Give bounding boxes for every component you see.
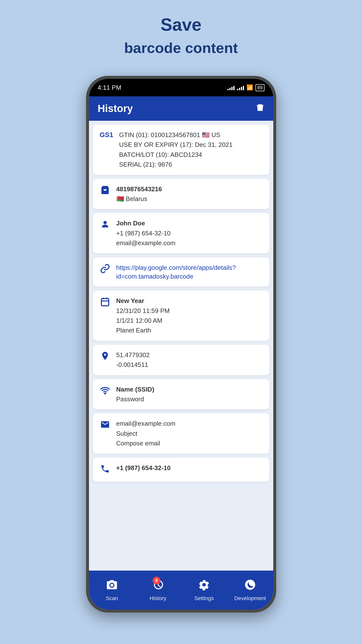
contact-content: John Doe +1 (987) 654-32-10 email@exampl… (116, 219, 176, 247)
history-badge: 9 (153, 577, 160, 584)
person-icon (100, 219, 110, 231)
page-title: Save (160, 15, 201, 35)
wifi-status-icon: 📶 (246, 84, 253, 91)
nav-item-history[interactable]: 9 History (135, 578, 181, 602)
status-bar: 4:11 PM 📶 (89, 79, 273, 96)
list-item[interactable]: +1 (987) 654-32-10 (93, 458, 269, 482)
phone-content: +1 (987) 654-32-10 (116, 464, 171, 472)
history-nav-icon: 9 (152, 578, 164, 593)
battery-icon: 89 (256, 84, 264, 91)
wifi-icon (100, 386, 110, 398)
barcode-content: 4819876543216 🇧🇾 Belarus (116, 185, 162, 204)
location-content: 51.4779302 -0.0014511 (116, 350, 150, 369)
app-header: History (89, 96, 273, 121)
bottom-nav: Scan 9 History Settings (89, 570, 273, 610)
list-item[interactable]: 51.4779302 -0.0014511 (93, 345, 269, 375)
list-item[interactable]: New Year 12/31/20 11:59 PM 1/1/21 12:00 … (93, 290, 269, 341)
email-content: email@example.com Subject Compose email (116, 419, 176, 448)
content-area: GS1 GTIN (01): 01001234567801 🇺🇸 US USE … (89, 121, 273, 570)
nav-item-development[interactable]: Development (227, 578, 273, 602)
status-time: 4:11 PM (98, 84, 121, 92)
wifi-content: Name (SSID) Password (116, 385, 154, 404)
list-item[interactable]: GS1 GTIN (01): 01001234567801 🇺🇸 US USE … (93, 125, 269, 175)
camera-icon (106, 578, 118, 593)
svg-point-0 (103, 221, 106, 224)
pin-icon (100, 351, 110, 363)
calendar-icon (100, 297, 110, 309)
svg-rect-1 (101, 298, 109, 306)
list-item[interactable]: Name (SSID) Password (93, 379, 269, 410)
status-icons: 📶 89 (227, 84, 264, 91)
list-item[interactable]: email@example.com Subject Compose email (93, 413, 269, 454)
history-title: History (98, 103, 133, 114)
code-icon (244, 578, 256, 593)
nav-settings-label: Settings (194, 595, 214, 602)
list-item[interactable]: John Doe +1 (987) 654-32-10 email@exampl… (93, 213, 269, 253)
list-item[interactable]: https://play.google.com/store/apps/detai… (93, 257, 269, 287)
svg-point-5 (105, 393, 105, 394)
phone-icon (100, 464, 110, 476)
email-icon (100, 420, 110, 432)
nav-item-settings[interactable]: Settings (181, 578, 227, 602)
nav-history-label: History (150, 595, 166, 602)
url-content: https://play.google.com/store/apps/detai… (116, 263, 263, 281)
list-item[interactable]: 4819876543216 🇧🇾 Belarus (93, 179, 269, 209)
cart-icon (100, 185, 110, 197)
calendar-content: New Year 12/31/20 11:59 PM 1/1/21 12:00 … (116, 296, 170, 335)
gear-icon (198, 578, 210, 593)
phone-mockup: 4:11 PM 📶 (86, 76, 276, 612)
nav-item-scan[interactable]: Scan (89, 578, 135, 602)
nav-development-label: Development (234, 595, 266, 602)
gs1-content: GTIN (01): 01001234567801 🇺🇸 US USE BY O… (119, 130, 233, 169)
link-icon (100, 264, 110, 276)
gs1-icon: GS1 (100, 131, 113, 139)
delete-icon[interactable] (256, 103, 265, 114)
page-subtitle: barcode content (124, 40, 238, 56)
nav-scan-label: Scan (106, 595, 118, 602)
